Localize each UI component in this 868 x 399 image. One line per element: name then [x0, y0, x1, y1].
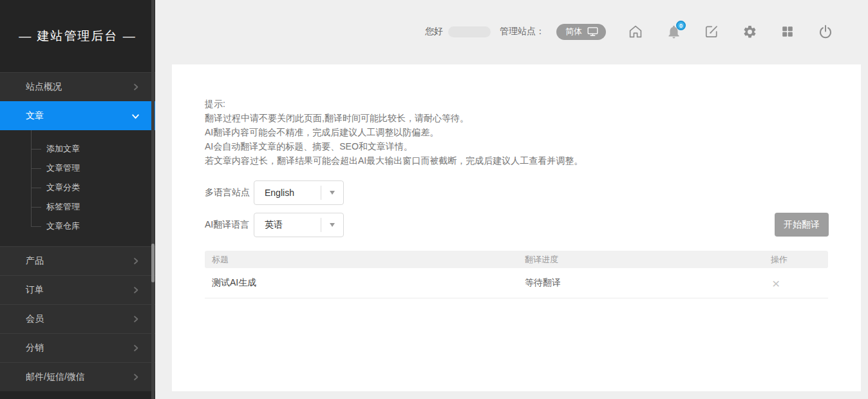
- sidebar-item-site-overview[interactable]: 站点概况: [0, 72, 155, 101]
- ai-translate-language-row: AI翻译语言 英语: [205, 213, 344, 237]
- content-card: 提示: 翻译过程中请不要关闭此页面,翻译时间可能比较长，请耐心等待。 AI翻译内…: [172, 64, 861, 391]
- compose-icon[interactable]: [704, 24, 719, 39]
- articles-submenu: 添加文章 文章管理 文章分类 标签管理 文章仓库: [0, 130, 155, 246]
- power-icon[interactable]: [818, 24, 833, 39]
- col-title: 标题: [205, 254, 525, 266]
- monitor-icon: [587, 26, 598, 37]
- tip-line: 翻译过程中请不要关闭此页面,翻译时间可能比较长，请耐心等待。: [205, 111, 583, 125]
- tips-title: 提示:: [205, 97, 583, 111]
- row-title: 测试AI生成: [205, 277, 525, 289]
- ai-translate-language-value: 英语: [254, 219, 321, 231]
- bell-icon[interactable]: 0: [666, 24, 681, 39]
- sidebar-scrollbar-thumb[interactable]: [151, 244, 155, 282]
- dropdown-arrow-icon: [321, 191, 343, 195]
- table-header-row: 标题 翻译进度 操作: [205, 251, 828, 268]
- multilang-site-label: 多语言站点: [205, 187, 254, 199]
- translate-table: 标题 翻译进度 操作 测试AI生成 等待翻译 ×: [205, 251, 828, 298]
- ai-translate-language-select[interactable]: 英语: [254, 213, 344, 237]
- submenu-item-article-repository[interactable]: 文章仓库: [0, 217, 155, 236]
- manage-site-label: 管理站点：: [500, 26, 545, 37]
- chevron-right-icon: [132, 286, 140, 294]
- sidebar: — 建站管理后台 — 站点概况 文章 添加文章 文章管理 文章分类 标签管理 文…: [0, 0, 155, 399]
- greeting-text: 您好: [425, 26, 443, 37]
- chevron-right-icon: [132, 83, 140, 91]
- table-row: 测试AI生成 等待翻译 ×: [205, 268, 828, 298]
- multilang-site-select[interactable]: English: [254, 180, 344, 205]
- chevron-right-icon: [132, 315, 140, 323]
- sidebar-item-label: 产品: [26, 255, 44, 267]
- chevron-right-icon: [132, 257, 140, 265]
- tip-line: 若文章内容过长，翻译结果可能会超出AI最大输出窗口而被截断，完成后建议人工查看并…: [205, 153, 583, 168]
- home-icon[interactable]: [628, 24, 643, 39]
- start-translate-button[interactable]: 开始翻译: [775, 213, 829, 237]
- chevron-right-icon: [132, 344, 140, 352]
- notification-badge: 0: [676, 21, 686, 30]
- sidebar-item-label: 文章: [26, 110, 44, 122]
- redacted-username: [448, 26, 491, 37]
- tips-block: 提示: 翻译过程中请不要关闭此页面,翻译时间可能比较长，请耐心等待。 AI翻译内…: [205, 97, 583, 168]
- sidebar-item-orders[interactable]: 订单: [0, 275, 155, 304]
- language-site-pill[interactable]: 简体: [556, 24, 606, 40]
- gear-icon[interactable]: [742, 24, 757, 39]
- sidebar-item-distribution[interactable]: 分销: [0, 333, 155, 362]
- col-action: 操作: [771, 254, 828, 266]
- multilang-site-row: 多语言站点 English: [205, 180, 344, 205]
- row-progress: 等待翻译: [525, 277, 771, 289]
- submenu-item-article-category[interactable]: 文章分类: [0, 178, 155, 197]
- chevron-down-icon: [131, 112, 140, 121]
- sidebar-item-email-sms-wechat[interactable]: 邮件/短信/微信: [0, 362, 155, 391]
- header-icons: 0: [628, 24, 833, 39]
- app-title: — 建站管理后台 —: [0, 0, 155, 72]
- sidebar-scrollbar-track: [151, 0, 155, 399]
- close-icon[interactable]: ×: [771, 277, 781, 290]
- sidebar-item-products[interactable]: 产品: [0, 246, 155, 275]
- sidebar-item-label: 订单: [26, 284, 44, 296]
- col-progress: 翻译进度: [525, 254, 771, 266]
- multilang-site-value: English: [254, 188, 321, 198]
- apps-grid-icon[interactable]: [780, 24, 795, 39]
- language-pill-label: 简体: [565, 26, 582, 37]
- submenu-item-article-management[interactable]: 文章管理: [0, 159, 155, 178]
- top-bar: 您好 管理站点： 简体 0: [155, 0, 868, 63]
- submenu-item-tag-management[interactable]: 标签管理: [0, 197, 155, 217]
- sidebar-item-members[interactable]: 会员: [0, 304, 155, 333]
- tip-line: AI会自动翻译文章的标题、摘要、SEO和文章详情。: [205, 139, 583, 153]
- sidebar-item-label: 会员: [26, 313, 44, 325]
- ai-translate-language-label: AI翻译语言: [205, 219, 254, 231]
- sidebar-item-label: 站点概况: [26, 81, 62, 93]
- sidebar-item-articles[interactable]: 文章: [0, 101, 155, 130]
- sidebar-item-label: 分销: [26, 342, 44, 354]
- chevron-right-icon: [132, 373, 140, 381]
- tip-line: AI翻译内容可能会不精准，完成后建议人工调整以防偏差。: [205, 125, 583, 139]
- sidebar-item-label: 邮件/短信/微信: [26, 371, 85, 383]
- submenu-item-add-article[interactable]: 添加文章: [0, 139, 155, 159]
- dropdown-arrow-icon: [321, 223, 343, 227]
